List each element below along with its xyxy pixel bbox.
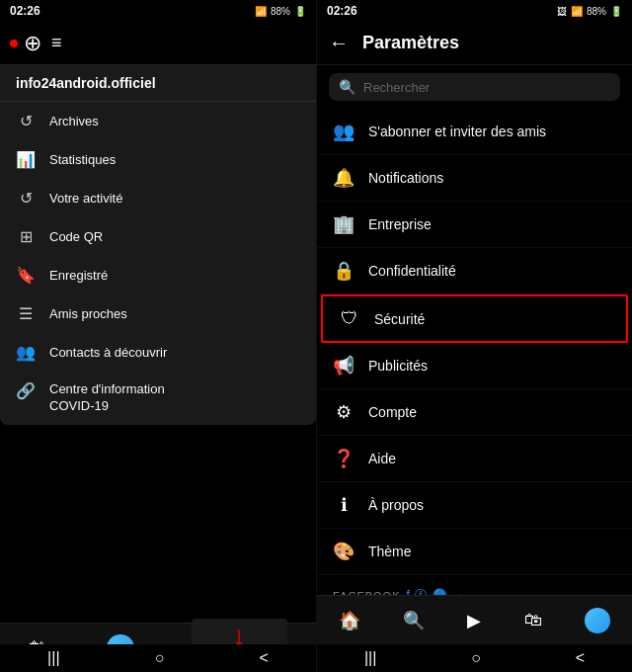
status-icons-right: 🖼 📶 88% 🔋 bbox=[557, 6, 622, 17]
business-icon: 🏢 bbox=[333, 213, 355, 235]
menu-label-contacts: Contacts à découvrir bbox=[49, 345, 167, 360]
settings-list: 👥 S'abonner et inviter des amis 🔔 Notifi… bbox=[317, 109, 632, 595]
menu-label-activite: Votre activité bbox=[49, 191, 122, 206]
settings-label-apropos: À propos bbox=[368, 497, 424, 513]
home-nav-icon[interactable]: 🏠 bbox=[339, 610, 360, 631]
menu-label-amis: Amis proches bbox=[49, 306, 127, 321]
back-arrow-icon[interactable]: ← bbox=[329, 32, 349, 54]
menu-label-statistiques: Statistiques bbox=[49, 152, 116, 167]
covid-icon: 🔗 bbox=[16, 381, 36, 400]
menu-item-contacts[interactable]: 👥 Contacts à découvrir bbox=[0, 333, 316, 372]
theme-icon: 🎨 bbox=[333, 541, 355, 562]
info-icon: ℹ bbox=[333, 494, 355, 516]
settings-item-subscribe[interactable]: 👥 S'abonner et inviter des amis bbox=[317, 109, 632, 155]
stats-icon: 📊 bbox=[16, 150, 36, 169]
system-nav-left: ||| ○ < bbox=[0, 644, 316, 672]
menu-overlay: info24android.officiel ↺ Archives 📊 Stat… bbox=[0, 65, 316, 425]
recents-btn[interactable]: ||| bbox=[47, 649, 59, 667]
settings-item-confidentialite[interactable]: 🔒 Confidentialité bbox=[317, 248, 632, 294]
activity-icon: ↺ bbox=[16, 189, 36, 208]
archives-icon: ↺ bbox=[16, 112, 36, 130]
settings-item-publicites[interactable]: 📢 Publicités bbox=[317, 343, 632, 389]
left-panel: 02:26 📶 88% 🔋 ⊕ ≡ info24android.officiel… bbox=[0, 0, 316, 672]
time-left: 02:26 bbox=[10, 4, 40, 18]
menu-item-qr[interactable]: ⊞ Code QR bbox=[0, 217, 316, 256]
menu-item-covid[interactable]: 🔗 Centre d'informationCOVID-19 bbox=[0, 372, 316, 425]
shop-nav-icon[interactable]: 🛍 bbox=[524, 610, 542, 630]
home-btn[interactable]: ○ bbox=[155, 649, 165, 667]
search-placeholder: Rechercher bbox=[363, 80, 430, 95]
back-btn[interactable]: < bbox=[260, 649, 269, 667]
menu-item-enregistre[interactable]: 🔖 Enregistré bbox=[0, 256, 316, 294]
back-btn-right[interactable]: < bbox=[576, 649, 585, 667]
menu-label-qr: Code QR bbox=[49, 229, 103, 244]
system-nav-right: ||| ○ < bbox=[317, 644, 632, 672]
notification-dot bbox=[10, 40, 18, 47]
bottom-nav-right: 🏠 🔍 ▶ 🛍 bbox=[317, 595, 632, 644]
hamburger-icon[interactable]: ≡ bbox=[51, 33, 62, 53]
menu-item-activite[interactable]: ↺ Votre activité bbox=[0, 179, 316, 217]
bell-icon: 🔔 bbox=[333, 167, 355, 189]
subscribe-icon: 👥 bbox=[333, 121, 355, 142]
settings-item-securite[interactable]: 🛡 Sécurité bbox=[321, 294, 628, 343]
menu-label-archives: Archives bbox=[49, 114, 99, 128]
menu-item-amis[interactable]: ☰ Amis proches bbox=[0, 294, 316, 333]
menu-item-statistiques[interactable]: 📊 Statistiques bbox=[0, 140, 316, 179]
settings-label-confidentialite: Confidentialité bbox=[368, 263, 456, 279]
account-icon: ⚙ bbox=[333, 401, 355, 423]
settings-header: ← Paramètres bbox=[317, 22, 632, 65]
settings-label-entreprise: Entreprise bbox=[368, 216, 432, 232]
home-btn-right[interactable]: ○ bbox=[471, 649, 481, 667]
settings-label-compte: Compte bbox=[368, 404, 417, 420]
help-icon: ❓ bbox=[333, 448, 355, 469]
status-icons-left: 📶 88% 🔋 bbox=[255, 6, 306, 17]
ig-topbar: ⊕ ≡ bbox=[0, 22, 316, 65]
lock-icon: 🔒 bbox=[333, 260, 355, 282]
friends-icon: ☰ bbox=[16, 304, 36, 323]
ads-icon: 📢 bbox=[333, 355, 355, 377]
settings-item-compte[interactable]: ⚙ Compte bbox=[317, 389, 632, 436]
menu-item-archives[interactable]: ↺ Archives bbox=[0, 102, 316, 140]
status-bar-left: 02:26 📶 88% 🔋 bbox=[0, 0, 316, 22]
settings-item-entreprise[interactable]: 🏢 Entreprise bbox=[317, 202, 632, 248]
facebook-section: FACEBOOK f ⓕ 🔵 ☁ — Espace Comptes Paramè… bbox=[317, 575, 632, 595]
settings-title: Paramètres bbox=[362, 33, 459, 53]
contacts-icon: 👥 bbox=[16, 343, 36, 362]
settings-label-securite: Sécurité bbox=[374, 311, 425, 327]
settings-item-notifications[interactable]: 🔔 Notifications bbox=[317, 155, 632, 202]
bookmark-icon: 🔖 bbox=[16, 266, 36, 285]
profile-nav-avatar[interactable] bbox=[585, 608, 610, 633]
fb-icons: f ⓕ 🔵 ☁ — bbox=[407, 587, 483, 595]
settings-label-aide: Aide bbox=[368, 451, 396, 466]
search-nav-icon[interactable]: 🔍 bbox=[403, 610, 425, 631]
reels-nav-icon[interactable]: ▶ bbox=[467, 610, 481, 631]
status-bar-right: 02:26 🖼 📶 88% 🔋 bbox=[317, 0, 632, 22]
settings-label-publicites: Publicités bbox=[368, 358, 428, 374]
right-panel: 02:26 🖼 📶 88% 🔋 ← Paramètres 🔍 Recherche… bbox=[316, 0, 632, 672]
settings-label-notifications: Notifications bbox=[368, 170, 443, 186]
settings-item-theme[interactable]: 🎨 Thème bbox=[317, 529, 632, 575]
settings-label-theme: Thème bbox=[368, 544, 412, 559]
menu-header: info24android.officiel bbox=[0, 65, 316, 102]
search-icon: 🔍 bbox=[339, 79, 356, 95]
menu-label-enregistre: Enregistré bbox=[49, 268, 108, 283]
settings-item-aide[interactable]: ❓ Aide bbox=[317, 436, 632, 482]
add-icon[interactable]: ⊕ bbox=[24, 31, 41, 56]
menu-label-covid: Centre d'informationCOVID-19 bbox=[49, 381, 165, 415]
settings-label-subscribe: S'abonner et inviter des amis bbox=[368, 124, 546, 139]
time-right: 02:26 bbox=[327, 4, 357, 18]
qr-icon: ⊞ bbox=[16, 227, 36, 246]
search-bar[interactable]: 🔍 Rechercher bbox=[329, 73, 620, 101]
shield-icon: 🛡 bbox=[339, 308, 360, 329]
facebook-title: FACEBOOK f ⓕ 🔵 ☁ — bbox=[333, 587, 616, 595]
settings-item-apropos[interactable]: ℹ À propos bbox=[317, 482, 632, 529]
recents-btn-right[interactable]: ||| bbox=[364, 649, 376, 667]
